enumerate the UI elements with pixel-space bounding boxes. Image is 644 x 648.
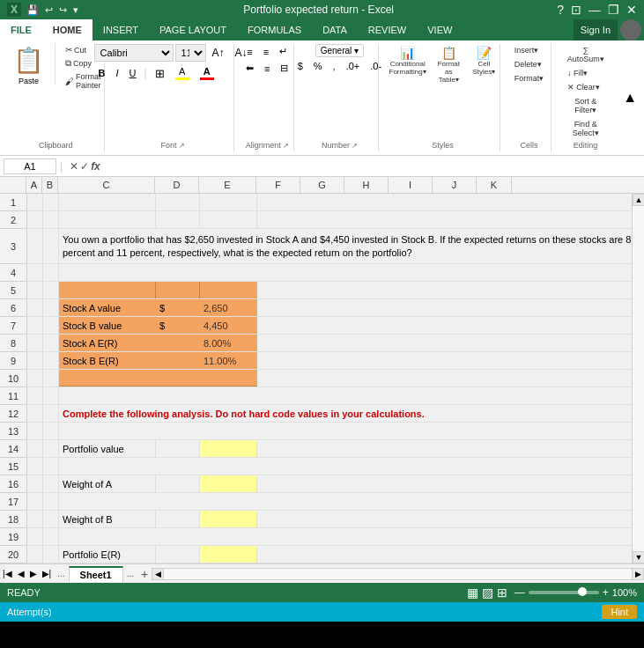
cell-rest-11[interactable] [59, 387, 644, 404]
cell-rest-6[interactable] [257, 299, 644, 316]
tab-formulas[interactable]: FORMULAS [237, 19, 312, 40]
zoom-slider[interactable] [529, 591, 599, 594]
sheet-nav-next[interactable]: ▶ [27, 569, 40, 578]
cell-b12[interactable] [43, 405, 59, 422]
undo-button[interactable]: ↩ [43, 4, 55, 17]
border-button[interactable]: ⊞ [151, 65, 169, 82]
cell-rest-9[interactable] [257, 352, 644, 369]
ribbon-toggle-icon[interactable]: ⊡ [571, 3, 581, 17]
cell-a18[interactable] [27, 511, 43, 527]
sheet-nav-first[interactable]: |◀ [0, 569, 15, 578]
cell-b10[interactable] [43, 370, 59, 387]
cell-e9[interactable]: 11.00% [200, 352, 257, 369]
cell-b6[interactable] [43, 299, 59, 316]
tab-review[interactable]: REVIEW [358, 19, 417, 40]
cell-e16-input[interactable] [200, 475, 257, 492]
cell-e5-orange[interactable] [200, 282, 257, 298]
sort-filter-button[interactable]: Sort & Filter▾ [564, 95, 608, 116]
cell-rest-14[interactable] [257, 440, 644, 457]
function-icon[interactable]: fx [91, 160, 100, 173]
italic-button[interactable]: I [112, 66, 123, 80]
conditional-formatting-button[interactable]: 📊 ConditionalFormatting▾ [388, 44, 427, 77]
cell-rest-4[interactable] [59, 264, 644, 281]
cell-d2[interactable] [156, 211, 200, 228]
cell-d7[interactable]: $ [156, 317, 200, 334]
align-left-button[interactable]: ⬅ [241, 61, 258, 76]
tab-file[interactable]: FILE [0, 19, 42, 40]
cell-a9[interactable] [27, 352, 43, 369]
cell-b14[interactable] [43, 440, 59, 457]
cell-c9[interactable]: Stock B E(R) [59, 352, 156, 369]
underline-button[interactable]: U [125, 66, 141, 80]
cell-d10-orange[interactable] [156, 370, 200, 387]
cell-e1[interactable] [200, 194, 257, 210]
cell-d18[interactable] [156, 511, 200, 527]
tab-insert[interactable]: INSERT [93, 19, 149, 40]
page-layout-button[interactable]: ▨ [482, 585, 493, 600]
cell-b5[interactable] [43, 282, 59, 298]
insert-cells-button[interactable]: Insert▾ [511, 44, 543, 56]
formula-input[interactable] [107, 161, 640, 172]
cell-b15[interactable] [43, 458, 59, 475]
cell-e10-orange[interactable] [200, 370, 257, 387]
cell-a14[interactable] [27, 440, 43, 457]
page-break-button[interactable]: ⊞ [497, 585, 507, 600]
fill-button[interactable]: ↓ Fill▾ [564, 67, 592, 79]
cell-c1[interactable] [59, 194, 156, 210]
cell-b11[interactable] [43, 387, 59, 404]
cell-a15[interactable] [27, 458, 43, 475]
cell-a2[interactable] [27, 211, 43, 228]
cell-a6[interactable] [27, 299, 43, 316]
zoom-slider-thumb[interactable] [578, 587, 587, 596]
align-top-center-button[interactable]: ≡ [259, 44, 273, 59]
normal-view-button[interactable]: ▦ [467, 585, 478, 600]
cell-rest-20[interactable] [257, 546, 644, 563]
cell-rest-15[interactable] [59, 458, 644, 475]
tab-home[interactable]: HOME [42, 19, 93, 40]
cell-b1[interactable] [43, 194, 59, 210]
cell-a10[interactable] [27, 370, 43, 387]
cell-rest-2[interactable] [257, 211, 644, 228]
cell-a4[interactable] [27, 264, 43, 281]
grow-font-button[interactable]: A↑ [208, 45, 229, 61]
cell-e7[interactable]: 4,450 [200, 317, 257, 334]
tab-view[interactable]: VIEW [417, 19, 463, 40]
redo-button[interactable]: ↪ [57, 4, 69, 17]
align-top-left-button[interactable]: ≡ [242, 44, 256, 59]
cell-d14[interactable] [156, 440, 200, 457]
cell-a19[interactable] [27, 528, 43, 545]
sheet-nav-prev[interactable]: ◀ [15, 569, 27, 578]
find-select-button[interactable]: Find & Select▾ [564, 118, 608, 139]
scroll-right-button[interactable]: ▶ [632, 568, 644, 580]
cell-rest-17[interactable] [59, 493, 644, 510]
sheet-tab-sheet1[interactable]: Sheet1 [69, 566, 123, 582]
help-icon[interactable]: ? [557, 3, 564, 17]
cell-e8[interactable]: 8.00% [200, 335, 257, 351]
cell-styles-button[interactable]: 📝 CellStyles▾ [470, 44, 498, 77]
cell-d5-orange[interactable] [156, 282, 200, 298]
cell-e18-input[interactable] [200, 511, 257, 527]
cell-a7[interactable] [27, 317, 43, 334]
cell-d8[interactable] [156, 335, 200, 351]
cell-b20[interactable] [43, 546, 59, 563]
wrap-text-button[interactable]: ↵ [275, 44, 292, 59]
merge-center-button[interactable]: ⊟ [276, 61, 292, 76]
save-button[interactable]: 💾 [25, 4, 41, 17]
cell-a12[interactable] [27, 405, 43, 422]
cell-rest-13[interactable] [59, 423, 644, 439]
scroll-up-button[interactable]: ▲ [633, 194, 644, 206]
cell-c20[interactable]: Portfolio E(R) [59, 546, 156, 563]
cell-b3[interactable] [43, 229, 59, 263]
cell-c2[interactable] [59, 211, 156, 228]
cell-a13[interactable] [27, 423, 43, 439]
zoom-in-button[interactable]: + [603, 586, 609, 599]
cell-c10-orange[interactable] [59, 370, 156, 387]
cell-b4[interactable] [43, 264, 59, 281]
cell-rest-10[interactable] [257, 370, 644, 387]
clear-button[interactable]: ✕ Clear▾ [564, 81, 603, 93]
cell-c14[interactable]: Portfolio value [59, 440, 156, 457]
cell-reference-input[interactable] [4, 158, 56, 174]
sheet-nav-last[interactable]: ▶| [40, 569, 55, 578]
cell-c16[interactable]: Weight of A [59, 475, 156, 492]
more-sheets-button[interactable]: ... [54, 569, 68, 578]
